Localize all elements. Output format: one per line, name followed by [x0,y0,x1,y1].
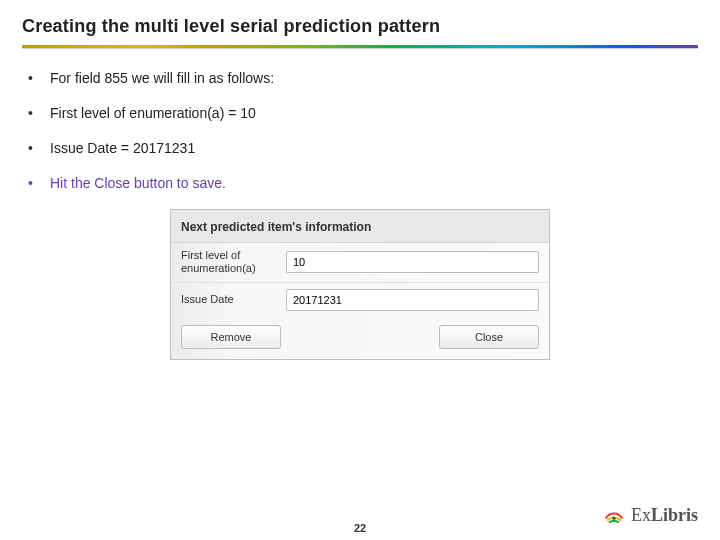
page-title: Creating the multi level serial predicti… [22,16,698,37]
row-label: Issue Date [181,293,276,307]
bullet-list: For field 855 we will fill in as follows… [22,69,698,193]
exlibris-logo: ExLibris [603,504,698,526]
screenshot-figure: Next predicted item's information First … [170,209,550,361]
slide: Creating the multi level serial predicti… [0,0,720,540]
title-underline [22,45,698,49]
bullet-item: Issue Date = 20171231 [22,139,698,158]
row-first-level-enum: First level of enumeration(a) [171,243,549,283]
row-value-cell [286,289,539,311]
bullet-item: Hit the Close button to save. [22,174,698,193]
close-button[interactable]: Close [439,325,539,349]
bullet-item: For field 855 we will fill in as follows… [22,69,698,88]
panel-heading: Next predicted item's information [171,210,549,243]
exlibris-logo-text: ExLibris [631,505,698,526]
exlibris-logo-icon [603,504,625,526]
first-level-enum-input[interactable] [286,251,539,273]
row-issue-date: Issue Date [171,282,549,317]
issue-date-input[interactable] [286,289,539,311]
remove-button[interactable]: Remove [181,325,281,349]
panel-button-row: Remove Close [171,317,549,359]
row-value-cell [286,251,539,273]
row-label: First level of enumeration(a) [181,249,276,277]
svg-point-0 [612,516,616,520]
bullet-item: First level of enumeration(a) = 10 [22,104,698,123]
predicted-item-panel: Next predicted item's information First … [170,209,550,361]
